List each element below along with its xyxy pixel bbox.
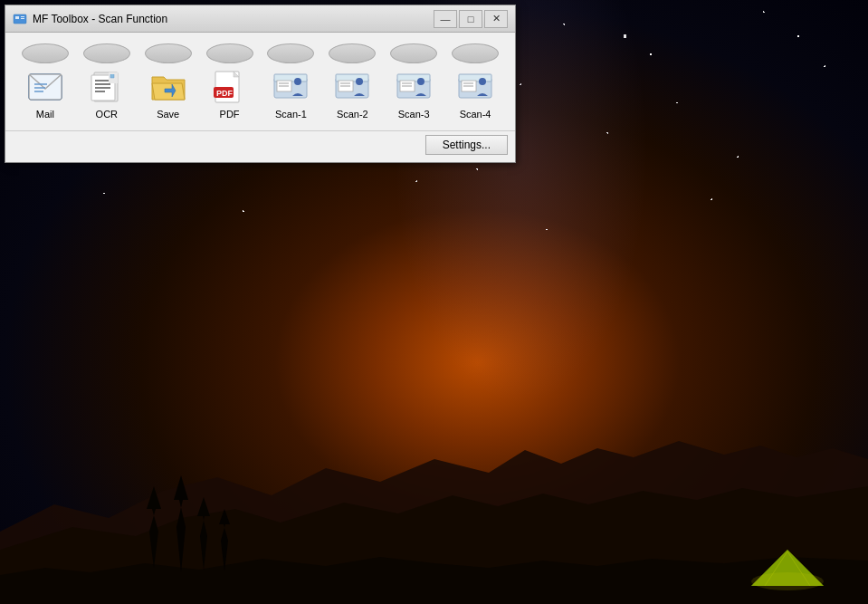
- toolbar: Mail: [5, 33, 515, 130]
- svg-text:PDF: PDF: [216, 89, 234, 98]
- save-icon: [148, 67, 188, 107]
- ocr-tool-item[interactable]: OCR: [76, 40, 138, 123]
- save-label: Save: [157, 109, 179, 120]
- scan2-tool-item[interactable]: Scan-2: [321, 40, 383, 123]
- svg-point-1: [751, 572, 824, 590]
- mf-toolbox-window: MF Toolbox - Scan Function — □ ✕: [5, 5, 516, 163]
- settings-button[interactable]: Settings...: [425, 135, 508, 155]
- scan1-oval: [267, 43, 314, 63]
- scan4-oval: [452, 43, 499, 63]
- svg-rect-3: [15, 16, 19, 19]
- pdf-icon: PDF: [210, 67, 250, 107]
- pdf-oval: [206, 43, 253, 63]
- title-bar: MF Toolbox - Scan Function — □ ✕: [5, 5, 515, 33]
- settings-row: Settings...: [5, 130, 515, 162]
- scan2-label: Scan-2: [337, 109, 368, 120]
- mail-tool-item[interactable]: Mail: [14, 40, 76, 123]
- scan3-tool-item[interactable]: Scan-3: [383, 40, 444, 123]
- scan4-label: Scan-4: [460, 109, 491, 120]
- desktop: MF Toolbox - Scan Function — □ ✕: [0, 0, 868, 604]
- svg-point-36: [417, 78, 424, 85]
- window-icon: [13, 12, 27, 26]
- svg-point-24: [294, 78, 301, 85]
- scan3-icon: [394, 67, 434, 107]
- mail-label: Mail: [36, 109, 54, 120]
- ocr-label: OCR: [96, 109, 118, 120]
- close-button[interactable]: ✕: [484, 10, 508, 28]
- svg-rect-5: [21, 18, 24, 19]
- window-title: MF Toolbox - Scan Function: [33, 13, 434, 25]
- pdf-label: PDF: [220, 109, 240, 120]
- ocr-oval: [83, 43, 130, 63]
- mail-icon: [25, 67, 65, 107]
- ocr-icon: [87, 67, 127, 107]
- scan2-icon: [332, 67, 372, 107]
- window-controls: — □ ✕: [434, 10, 508, 28]
- scan4-tool-item[interactable]: Scan-4: [444, 40, 506, 123]
- tool-buttons-row: Mail: [14, 40, 506, 123]
- maximize-button[interactable]: □: [459, 10, 482, 28]
- svg-point-30: [356, 78, 363, 85]
- scan1-icon: [271, 67, 310, 107]
- scan4-icon: [455, 67, 495, 107]
- svg-point-42: [479, 78, 486, 85]
- save-oval: [145, 43, 192, 63]
- minimize-button[interactable]: —: [434, 10, 457, 28]
- scan2-oval: [329, 43, 376, 63]
- scan1-tool-item[interactable]: Scan-1: [261, 40, 322, 123]
- mountain-silhouette: [0, 350, 868, 604]
- svg-rect-4: [21, 16, 24, 17]
- mail-oval: [22, 43, 69, 63]
- scan3-label: Scan-3: [398, 109, 430, 120]
- save-tool-item[interactable]: Save: [138, 40, 199, 123]
- pdf-tool-item[interactable]: PDF PDF: [199, 40, 261, 123]
- scan1-label: Scan-1: [275, 109, 307, 120]
- scan3-oval: [390, 43, 437, 63]
